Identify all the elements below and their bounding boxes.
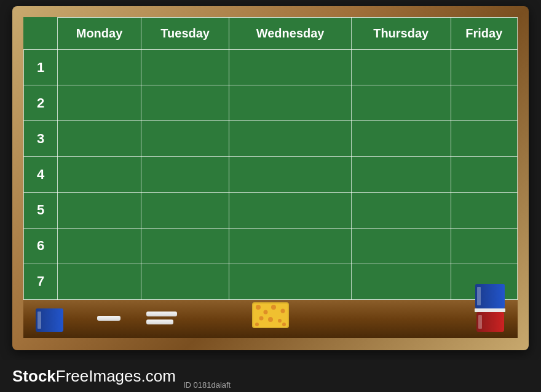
cell-4-fri [451,157,517,192]
period-5: 5 [24,192,58,228]
cell-1-fri [451,50,517,85]
cell-1-mon [58,50,141,85]
cell-7-thu [351,264,451,299]
svg-point-8 [282,323,286,326]
watermark-bar: StockFreeImages.com ID 0181daiaft [0,360,541,392]
cell-5-mon [58,192,141,228]
book-blue-left [36,308,63,332]
book-red-right [476,312,504,332]
cell-5-tue [141,192,229,228]
chalkboard-surface: Monday Tuesday Wednesday Thursday Friday… [23,17,518,300]
cell-2-fri [451,85,517,121]
svg-point-3 [281,309,285,313]
eraser-sponge [252,302,289,328]
chalkboard-frame: Monday Tuesday Wednesday Thursday Friday… [12,6,529,350]
day-monday: Monday [58,18,141,50]
cell-6-mon [58,228,141,264]
table-row: 3 [24,121,518,157]
cell-5-fri [451,192,517,228]
book-blue-right [475,284,505,308]
table-row: 4 [24,157,518,192]
watermark-stock: Stock [12,367,56,385]
cell-1-tue [141,50,229,85]
cell-5-wed [229,192,352,228]
watermark-free: Free [56,367,89,385]
period-2: 2 [24,85,58,121]
cell-6-thu [351,228,451,264]
table-row: 7 [24,264,518,299]
svg-point-7 [255,323,259,326]
cell-6-wed [229,228,352,264]
cell-3-wed [229,121,352,157]
chalk-group-2 [146,312,177,324]
cell-2-thu [351,85,451,121]
book-stack-left [36,308,63,332]
cell-1-thu [351,50,451,85]
cell-4-tue [141,157,229,192]
chalk-2 [146,312,177,316]
cell-3-fri [451,121,517,157]
cell-3-tue [141,121,229,157]
cell-1-wed [229,50,352,85]
table-row: 6 [24,228,518,264]
cell-5-thu [351,192,451,228]
cell-4-thu [351,157,451,192]
cell-7-tue [141,264,229,299]
cell-6-fri [451,228,517,264]
cell-7-mon [58,264,141,299]
timetable: Monday Tuesday Wednesday Thursday Friday… [23,17,518,300]
period-3: 3 [24,121,58,157]
table-row: 2 [24,85,518,121]
table-row: 5 [24,192,518,228]
cell-6-tue [141,228,229,264]
cell-2-tue [141,85,229,121]
period-1: 1 [24,50,58,85]
day-wednesday: Wednesday [229,18,352,50]
chalk-3 [146,319,173,324]
chalk-1 [97,316,120,321]
day-friday: Friday [451,18,517,50]
chalk-group-1 [97,316,120,321]
book-stack-right [475,284,505,332]
cell-3-thu [351,121,451,157]
watermark-text: StockFreeImages.com [12,367,176,386]
cell-7-wed [229,264,352,299]
svg-point-1 [264,310,268,315]
cell-3-mon [58,121,141,157]
svg-point-6 [278,319,282,323]
cell-4-wed [229,157,352,192]
svg-point-0 [256,305,261,310]
day-thursday: Thursday [351,18,451,50]
watermark-suffix: Images.com [89,367,176,385]
period-4: 4 [24,157,58,192]
svg-point-4 [259,316,264,321]
cell-4-mon [58,157,141,192]
cell-2-wed [229,85,352,121]
day-tuesday: Tuesday [141,18,229,50]
period-7: 7 [24,264,58,299]
svg-point-5 [268,317,273,322]
watermark-id: ID 0181daiaft [183,380,231,390]
period-6: 6 [24,228,58,264]
corner-cell [24,18,58,50]
table-row: 1 [24,50,518,85]
cell-2-mon [58,85,141,121]
svg-point-2 [271,305,276,310]
board-ledge [23,300,518,338]
